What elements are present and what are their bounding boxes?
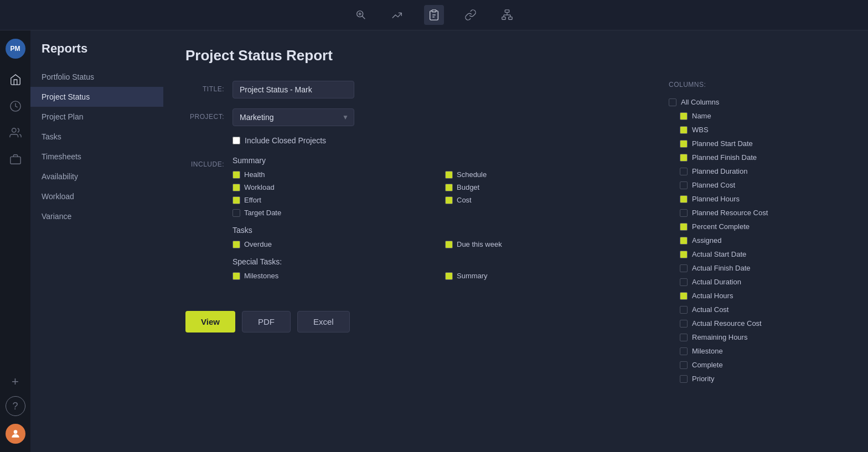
- actual-resource-cost-checkbox[interactable]: [680, 320, 688, 328]
- far-left-nav: PM: [0, 30, 30, 452]
- budget-label: Budget: [457, 183, 479, 191]
- planned-hours-checkbox[interactable]: [680, 195, 688, 203]
- sidebar-item-project-status[interactable]: Project Status: [30, 87, 163, 107]
- actual-finish-date-checkbox[interactable]: [680, 264, 688, 272]
- search-zoom-icon[interactable]: [351, 5, 371, 25]
- due-this-week-checkbox[interactable]: [445, 241, 453, 248]
- sidebar-item-portfolio-status[interactable]: Portfolio Status: [30, 67, 163, 87]
- col-item-planned-hours: Planned Hours: [669, 192, 843, 206]
- effort-checkbox[interactable]: [232, 196, 240, 204]
- analytics-icon[interactable]: [388, 5, 407, 25]
- app-logo[interactable]: PM: [6, 39, 25, 59]
- top-toolbar: [0, 0, 868, 30]
- cb-workload: Workload: [232, 183, 434, 191]
- health-label: Health: [244, 170, 265, 179]
- health-checkbox[interactable]: [232, 171, 240, 179]
- sidebar-title: Reports: [30, 41, 163, 67]
- cost-checkbox[interactable]: [445, 196, 453, 204]
- remaining-hours-label: Remaining Hours: [692, 333, 747, 341]
- sidebar-item-tasks[interactable]: Tasks: [30, 127, 163, 147]
- title-label: TITLE:: [185, 81, 224, 93]
- wbs-label: WBS: [692, 126, 709, 134]
- pdf-button[interactable]: PDF: [242, 311, 291, 332]
- nav-help-icon[interactable]: ?: [6, 396, 25, 416]
- sidebar-item-project-plan[interactable]: Project Plan: [30, 107, 163, 127]
- milestone-checkbox[interactable]: [680, 347, 688, 355]
- columns-scroll[interactable]: All Columns Name WBS Pl: [669, 95, 846, 386]
- nav-briefcase-icon[interactable]: [4, 148, 27, 170]
- planned-resource-cost-checkbox[interactable]: [680, 209, 688, 217]
- schedule-checkbox[interactable]: [445, 171, 453, 179]
- nav-people-icon[interactable]: [4, 122, 27, 144]
- assigned-checkbox[interactable]: [680, 237, 688, 245]
- svg-rect-18: [10, 157, 20, 164]
- target-date-label: Target Date: [244, 209, 281, 217]
- col-item-remaining-hours: Remaining Hours: [669, 330, 843, 344]
- cb-summary: Summary: [445, 272, 647, 280]
- milestones-label: Milestones: [244, 272, 278, 280]
- cb-budget: Budget: [445, 183, 647, 191]
- sidebar-item-timesheets[interactable]: Timesheets: [30, 147, 163, 167]
- actual-finish-date-label: Actual Finish Date: [692, 264, 751, 272]
- cb-overdue: Overdue: [232, 240, 434, 248]
- planned-duration-checkbox[interactable]: [680, 168, 688, 175]
- nav-history-icon[interactable]: [4, 95, 27, 117]
- project-label: PROJECT:: [185, 108, 224, 121]
- nav-add-icon[interactable]: +: [6, 372, 25, 392]
- columns-section: COLUMNS: All Columns Name: [669, 81, 846, 386]
- col-item-actual-resource-cost: Actual Resource Cost: [669, 316, 843, 330]
- sidebar-item-variance[interactable]: Variance: [30, 206, 163, 226]
- project-row: PROJECT: Marketing Development Design Sa…: [185, 108, 647, 126]
- remaining-hours-checkbox[interactable]: [680, 334, 688, 341]
- wbs-checkbox[interactable]: [680, 126, 688, 134]
- actual-duration-checkbox[interactable]: [680, 278, 688, 286]
- project-select[interactable]: Marketing Development Design Sales: [232, 108, 354, 126]
- all-columns-checkbox[interactable]: [669, 98, 676, 106]
- priority-checkbox[interactable]: [680, 375, 688, 383]
- summary-checkbox[interactable]: [445, 272, 453, 280]
- clipboard-icon[interactable]: [424, 5, 444, 25]
- svg-rect-9: [505, 10, 509, 13]
- col-item-actual-hours: Actual Hours: [669, 289, 843, 303]
- view-button[interactable]: View: [185, 311, 235, 332]
- col-item-actual-duration: Actual Duration: [669, 275, 843, 289]
- hierarchy-icon[interactable]: [497, 5, 517, 25]
- budget-checkbox[interactable]: [445, 184, 453, 191]
- workload-checkbox[interactable]: [232, 184, 240, 191]
- planned-cost-checkbox[interactable]: [680, 181, 688, 189]
- actual-cost-checkbox[interactable]: [680, 306, 688, 314]
- name-checkbox[interactable]: [680, 112, 688, 120]
- title-input[interactable]: [232, 81, 354, 98]
- col-item-milestone: Milestone: [669, 344, 843, 358]
- complete-label: Complete: [692, 361, 723, 369]
- col-item-name: Name: [669, 109, 843, 123]
- complete-checkbox[interactable]: [680, 361, 688, 369]
- col-item-planned-finish-date: Planned Finish Date: [669, 150, 843, 164]
- link-icon[interactable]: [461, 5, 480, 25]
- col-item-planned-cost: Planned Cost: [669, 178, 843, 192]
- include-content: Summary Health Schedule: [232, 156, 647, 289]
- actual-hours-checkbox[interactable]: [680, 292, 688, 300]
- actual-start-date-checkbox[interactable]: [680, 251, 688, 258]
- excel-button[interactable]: Excel: [297, 311, 350, 332]
- nav-home-icon[interactable]: [4, 69, 27, 91]
- col-item-planned-start-date: Planned Start Date: [669, 137, 843, 150]
- planned-duration-label: Planned Duration: [692, 167, 747, 175]
- include-closed-checkbox[interactable]: [232, 137, 240, 144]
- milestones-checkbox[interactable]: [232, 272, 240, 280]
- planned-start-date-checkbox[interactable]: [680, 140, 688, 148]
- sidebar-item-workload[interactable]: Workload: [30, 186, 163, 206]
- target-date-checkbox[interactable]: [232, 209, 240, 217]
- title-row: TITLE:: [185, 81, 647, 98]
- planned-finish-date-checkbox[interactable]: [680, 154, 688, 162]
- nav-user-avatar[interactable]: [6, 424, 25, 444]
- include-closed-row: Include Closed Projects: [232, 136, 647, 145]
- overdue-checkbox[interactable]: [232, 241, 240, 248]
- include-label: INCLUDE:: [185, 156, 224, 168]
- col-item-priority: Priority: [669, 372, 843, 386]
- sidebar-item-availability[interactable]: Availability: [30, 167, 163, 186]
- summary-grid: Health Schedule Workload: [232, 170, 647, 217]
- percent-complete-checkbox[interactable]: [680, 223, 688, 231]
- summary-group-title: Summary: [232, 156, 647, 165]
- schedule-label: Schedule: [457, 170, 487, 179]
